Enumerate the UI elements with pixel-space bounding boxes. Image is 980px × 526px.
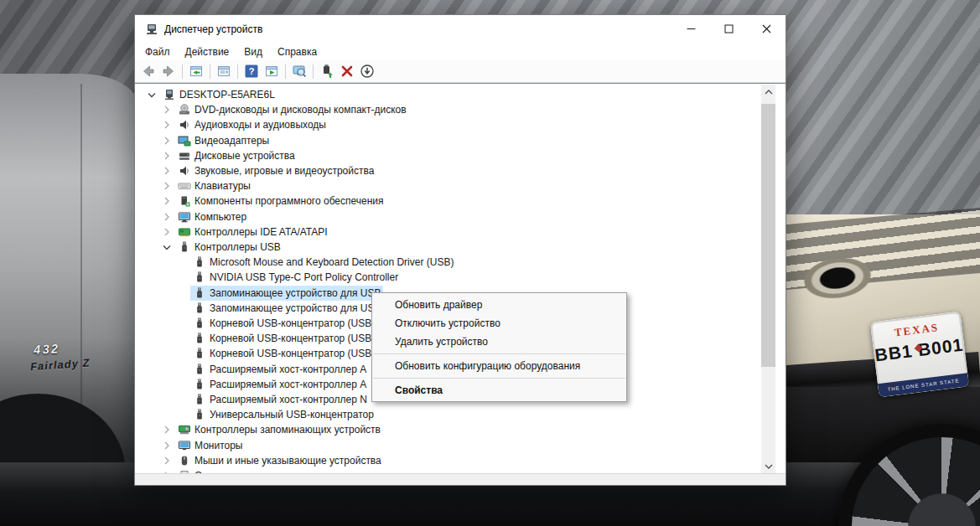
chevron-collapsed-icon[interactable] xyxy=(160,103,174,116)
license-plate: TEXAS BB1 B001 THE LONE STAR STATE xyxy=(870,312,969,397)
tree-item[interactable]: Дисковые устройства xyxy=(175,148,298,163)
tree-row[interactable]: Звуковые, игровые и видеоустройства xyxy=(135,163,786,178)
tree-row[interactable]: Контроллеры IDE ATA/ATAPI xyxy=(135,224,786,240)
tree-item[interactable]: Расширяемый хост-контроллер N xyxy=(190,392,370,407)
tree-item[interactable]: Контроллеры IDE ATA/ATAPI xyxy=(175,224,330,240)
tree-item[interactable]: Microsoft Mouse and Keyboard Detection D… xyxy=(190,255,456,270)
keyboard-icon xyxy=(178,179,191,193)
tree-row[interactable]: Аудиовходы и аудиовыходы xyxy=(135,117,786,132)
context-menu-item-3[interactable]: Обновить конфигурацию оборудования xyxy=(372,357,626,375)
audio-device-icon xyxy=(178,118,191,132)
tree-item-label: Дисковые устройства xyxy=(194,150,295,162)
usb-device-icon xyxy=(193,255,206,269)
toolbar-properties-button[interactable] xyxy=(214,62,234,80)
toolbar-separator xyxy=(210,64,210,79)
tree-item-label: Мыши и иные указывающие устройства xyxy=(194,455,381,467)
car-door-seam xyxy=(80,84,82,452)
chevron-collapsed-icon[interactable] xyxy=(160,149,174,162)
tree-item[interactable]: Корневой USB-концентратор (USB xyxy=(190,316,374,331)
tree-row[interactable]: Универсальный USB-концентратор xyxy=(135,407,786,422)
toolbar-help-button[interactable]: ? xyxy=(241,62,262,80)
tree-item[interactable]: Корневой USB-концентратор (USB xyxy=(190,346,374,361)
tree-item[interactable]: Аудиовходы и аудиовыходы xyxy=(175,117,329,132)
chevron-collapsed-icon[interactable] xyxy=(160,164,174,178)
tree-row[interactable]: Компьютер xyxy=(135,209,786,224)
tree-item[interactable]: Контроллеры USB xyxy=(175,240,283,255)
chevron-expanded-icon[interactable] xyxy=(160,240,174,254)
tree-item[interactable]: Мыши и иные указывающие устройства xyxy=(175,453,384,468)
tree-item-selected[interactable]: Запоминающее устройство для USB xyxy=(190,286,383,301)
toolbar-forward-button[interactable] xyxy=(158,62,179,80)
tree-item[interactable]: Расширяемый хост-контроллер A xyxy=(190,362,369,377)
tree-row[interactable]: Клавиатуры xyxy=(135,178,786,193)
chevron-collapsed-icon[interactable] xyxy=(160,134,174,147)
context-menu-item-0[interactable]: Обновить драйвер xyxy=(372,296,626,314)
toolbar-disable-device-button[interactable] xyxy=(357,62,377,80)
menubar-item-view[interactable]: Вид xyxy=(236,44,270,59)
toolbar-separator xyxy=(182,64,183,79)
context-menu: Обновить драйверОтключить устройствоУдал… xyxy=(371,292,627,402)
tree-row[interactable]: Microsoft Mouse and Keyboard Detection D… xyxy=(135,255,786,270)
menubar-item-file[interactable]: Файл xyxy=(137,44,178,59)
tree-row[interactable]: Контроллеры запоминающих устройств xyxy=(135,422,786,437)
toolbar-separator xyxy=(237,64,238,79)
chevron-collapsed-icon[interactable] xyxy=(160,454,174,467)
tree-row[interactable]: DESKTOP-E5ARE6L xyxy=(135,87,786,102)
tree-row[interactable]: Контроллеры USB xyxy=(135,240,786,255)
tree-item[interactable]: Видеоадаптеры xyxy=(175,133,272,148)
tree-item[interactable]: Расширяемый хост-контроллер A xyxy=(190,377,369,392)
tree-item[interactable]: Универсальный USB-концентратор xyxy=(190,407,376,422)
close-button[interactable] xyxy=(748,15,786,43)
tree-item[interactable]: Компоненты программного обеспечения xyxy=(175,193,386,209)
tree-row[interactable]: Мониторы xyxy=(135,438,786,453)
computer-icon xyxy=(178,210,191,224)
chevron-collapsed-icon[interactable] xyxy=(160,179,174,193)
chevron-expanded-icon[interactable] xyxy=(145,88,158,101)
tree-item[interactable]: Звуковые, игровые и видеоустройства xyxy=(175,163,376,178)
tree-item-label: Компьютер xyxy=(194,211,246,223)
menubar-item-action[interactable]: Действие xyxy=(178,44,237,59)
context-menu-item-1[interactable]: Отключить устройство xyxy=(372,314,626,333)
toolbar-action-pane-button[interactable] xyxy=(262,62,282,80)
disk-drive-icon xyxy=(178,149,191,162)
title-bar[interactable]: Диспетчер устройств xyxy=(135,15,786,43)
toolbar-update-driver-button[interactable] xyxy=(317,62,337,80)
tree-row[interactable]: Компоненты программного обеспечения xyxy=(135,193,786,209)
chevron-collapsed-icon[interactable] xyxy=(160,210,174,224)
tree-item[interactable]: Контроллеры запоминающих устройств xyxy=(175,422,383,437)
tree-row[interactable]: Мыши и иные указывающие устройства xyxy=(135,453,786,468)
tree-item[interactable]: DESKTOP-E5ARE6L xyxy=(160,87,277,102)
tree-item[interactable]: Компьютер xyxy=(175,209,249,224)
toolbar-uninstall-device-button[interactable] xyxy=(337,62,357,80)
tree-item-label: NVIDIA USB Type-C Port Policy Controller xyxy=(210,271,398,283)
tree-item[interactable]: NVIDIA USB Type-C Port Policy Controller xyxy=(190,270,401,285)
tree-item[interactable]: DVD-дисководы и дисководы компакт-дисков xyxy=(175,102,409,117)
minimize-button[interactable] xyxy=(672,15,710,43)
tree-item-label: Контроллеры USB xyxy=(194,241,281,253)
chevron-collapsed-icon[interactable] xyxy=(160,194,174,208)
tree-item[interactable]: Мониторы xyxy=(175,438,245,453)
chevron-collapsed-icon[interactable] xyxy=(160,225,174,239)
maximize-button[interactable] xyxy=(710,15,748,43)
tree-item-label: DVD-дисководы и дисководы компакт-дисков xyxy=(194,104,407,116)
context-menu-separator xyxy=(373,378,625,379)
tree-row[interactable]: Видеоадаптеры xyxy=(135,133,786,148)
tree-item-label: Звуковые, игровые и видеоустройства xyxy=(194,165,374,177)
context-menu-item-2[interactable]: Удалить устройство xyxy=(372,333,626,351)
tree-item[interactable]: Корневой USB-концентратор (USB xyxy=(190,331,374,346)
toolbar-scan-hardware-changes-button[interactable] xyxy=(289,62,309,80)
chevron-collapsed-icon[interactable] xyxy=(160,118,174,132)
tree-item[interactable]: Запоминающее устройство для US xyxy=(190,301,376,316)
chevron-collapsed-icon[interactable] xyxy=(160,423,174,436)
toolbar-back-button[interactable] xyxy=(138,62,158,80)
toolbar-show-console-tree-button[interactable] xyxy=(186,62,206,80)
tree-row[interactable]: NVIDIA USB Type-C Port Policy Controller xyxy=(135,270,786,285)
tree-row[interactable]: DVD-дисководы и дисководы компакт-дисков xyxy=(135,102,786,117)
tree-item[interactable]: Клавиатуры xyxy=(175,178,253,193)
menubar-item-help[interactable]: Справка xyxy=(270,44,324,59)
tree-item-label: Компоненты программного обеспечения xyxy=(194,195,384,207)
toolbar: ? xyxy=(135,60,786,83)
chevron-collapsed-icon[interactable] xyxy=(160,439,174,452)
tree-row[interactable]: Дисковые устройства xyxy=(135,148,786,163)
context-menu-item-4[interactable]: Свойства xyxy=(372,381,626,400)
